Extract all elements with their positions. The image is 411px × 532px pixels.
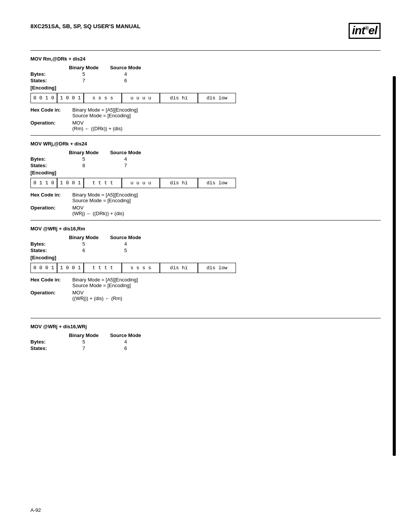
- source-mode-label-4: Source Mode: [107, 332, 145, 338]
- bytes-binary-2: 5: [61, 156, 107, 162]
- states-row-1: States: 7 6: [30, 78, 381, 83]
- enc-box-2-2: t t t t: [84, 178, 122, 188]
- encoding-row-2: 0 1 1 0 1 0 0 1 t t t t u u u u dis hi d…: [30, 178, 381, 188]
- bytes-label-4: Bytes:: [30, 339, 61, 345]
- divider-1: [30, 135, 381, 136]
- bytes-row-4: Bytes: 5 4: [30, 339, 381, 345]
- states-row-4: States: 7 6: [30, 345, 381, 351]
- section-2-title: MOV WRj,@DRk + dis24: [30, 141, 381, 147]
- binary-mode-label-4: Binary Mode: [61, 332, 107, 338]
- bytes-label-2: Bytes:: [30, 156, 61, 162]
- bytes-label-1: Bytes:: [30, 71, 61, 77]
- states-label-4: States:: [30, 345, 61, 351]
- bytes-row-3: Bytes: 5 4: [30, 241, 381, 247]
- enc-box-1-4: dis hi: [160, 93, 198, 103]
- states-binary-4: 7: [61, 345, 107, 351]
- operation-value-1: MOV (Rm) ← ((DRk)) + (dis): [72, 120, 381, 131]
- hexcode-value-1: Binary Mode = [A5][Encoding] Source Mode…: [72, 107, 381, 118]
- encoding-label-2: [Encoding]: [30, 170, 381, 176]
- encoding-row-3: 0 0 0 1 1 0 0 1 t t t t s s s s dis hi d…: [30, 263, 381, 273]
- operation-label-2: Operation:: [30, 205, 72, 211]
- section-4-title: MOV @WRj + dis16,WRj: [30, 324, 381, 329]
- bytes-source-3: 4: [107, 241, 145, 247]
- hexcode-row-1: Hex Code in: Binary Mode = [A5][Encoding…: [30, 107, 381, 118]
- source-mode-label-2: Source Mode: [107, 150, 145, 155]
- hexcode-value-3: Binary Mode = [A5][Encoding] Source Mode…: [72, 277, 381, 288]
- encoding-label-3: [Encoding]: [30, 255, 381, 260]
- bytes-binary-4: 5: [61, 339, 107, 345]
- operation-row-2: Operation: MOV (WRj) ← ((DRk)) + (dis): [30, 205, 381, 216]
- hexcode-value-2: Binary Mode = [A5][Encoding] Source Mode…: [72, 192, 381, 203]
- enc-box-3-0: 0 0 0 1: [30, 263, 57, 273]
- binary-mode-label-2: Binary Mode: [61, 150, 107, 155]
- bytes-row-1: Bytes: 5 4: [30, 71, 381, 77]
- source-mode-label-1: Source Mode: [107, 65, 145, 70]
- states-source-4: 6: [107, 345, 145, 351]
- enc-box-3-5: dis low: [198, 263, 236, 273]
- binary-mode-label-3: Binary Mode: [61, 235, 107, 240]
- states-binary-1: 7: [61, 78, 107, 83]
- enc-box-1-5: dis low: [198, 93, 236, 103]
- enc-box-2-1: 1 0 0 1: [57, 178, 84, 188]
- enc-box-2-5: dis low: [198, 178, 236, 188]
- header-divider: [30, 50, 381, 51]
- enc-box-2-3: u u u u: [122, 178, 160, 188]
- states-label-2: States:: [30, 163, 61, 168]
- section-mov-wrj-dis16-rm: MOV @WRj + dis16,Rm Binary Mode Source M…: [30, 226, 381, 301]
- divider-2: [30, 220, 381, 220]
- bytes-row-2: Bytes: 5 4: [30, 156, 381, 162]
- states-source-2: 7: [107, 163, 145, 168]
- page-header: 8XC251SA, SB, SP, SQ USER'S MANUAL int®e…: [30, 23, 381, 39]
- bytes-binary-3: 5: [61, 241, 107, 247]
- states-label-3: States:: [30, 248, 61, 253]
- modes-header-2: Binary Mode Source Mode: [61, 150, 381, 155]
- enc-box-3-1: 1 0 0 1: [57, 263, 84, 273]
- enc-box-3-4: dis hi: [160, 263, 198, 273]
- enc-box-1-2: s s s s: [84, 93, 122, 103]
- page-number: A-92: [30, 507, 41, 513]
- intel-logo-text: int®el: [349, 23, 381, 39]
- bytes-source-4: 4: [107, 339, 145, 345]
- encoding-row-1: 0 0 1 0 1 0 0 1 s s s s u u u u dis hi d…: [30, 93, 381, 103]
- states-row-3: States: 6 5: [30, 248, 381, 253]
- bytes-source-1: 4: [107, 71, 145, 77]
- hexcode-row-2: Hex Code in: Binary Mode = [A5][Encoding…: [30, 192, 381, 203]
- hexcode-label-3: Hex Code in:: [30, 277, 72, 283]
- section-mov-rm-drk-dis24: MOV Rm,@DRk + dis24 Binary Mode Source M…: [30, 56, 381, 131]
- states-row-2: States: 8 7: [30, 163, 381, 168]
- states-binary-3: 6: [61, 248, 107, 253]
- enc-box-3-3: s s s s: [122, 263, 160, 273]
- divider-3: [30, 318, 381, 318]
- states-binary-2: 8: [61, 163, 107, 168]
- page-title: 8XC251SA, SB, SP, SQ USER'S MANUAL: [30, 23, 140, 29]
- bytes-label-3: Bytes:: [30, 241, 61, 247]
- intel-logo: int®el: [349, 23, 381, 39]
- right-bar: [393, 76, 396, 456]
- section-3-title: MOV @WRj + dis16,Rm: [30, 226, 381, 232]
- hexcode-label-2: Hex Code in:: [30, 192, 72, 198]
- operation-label-3: Operation:: [30, 290, 72, 296]
- states-source-3: 5: [107, 248, 145, 253]
- hexcode-label-1: Hex Code in:: [30, 107, 72, 113]
- page-footer: A-92: [30, 507, 41, 513]
- section-mov-wrj-drk-dis24: MOV WRj,@DRk + dis24 Binary Mode Source …: [30, 141, 381, 216]
- operation-value-3: MOV ((WRj)) + (dis) ← (Rm): [72, 290, 381, 301]
- operation-row-3: Operation: MOV ((WRj)) + (dis) ← (Rm): [30, 290, 381, 301]
- hexcode-row-3: Hex Code in: Binary Mode = [A5][Encoding…: [30, 277, 381, 288]
- modes-header-1: Binary Mode Source Mode: [61, 65, 381, 70]
- operation-row-1: Operation: MOV (Rm) ← ((DRk)) + (dis): [30, 120, 381, 131]
- bytes-binary-1: 5: [61, 71, 107, 77]
- operation-value-2: MOV (WRj) ← ((DRk)) + (dis): [72, 205, 381, 216]
- enc-box-3-2: t t t t: [84, 263, 122, 273]
- binary-mode-label-1: Binary Mode: [61, 65, 107, 70]
- modes-header-3: Binary Mode Source Mode: [61, 235, 381, 240]
- enc-box-1-0: 0 0 1 0: [30, 93, 57, 103]
- encoding-label-1: [Encoding]: [30, 85, 381, 91]
- section-1-title: MOV Rm,@DRk + dis24: [30, 56, 381, 62]
- states-label-1: States:: [30, 78, 61, 83]
- section-mov-wrj-dis16-wrj: MOV @WRj + dis16,WRj Binary Mode Source …: [30, 324, 381, 351]
- operation-label-1: Operation:: [30, 120, 72, 126]
- enc-box-1-3: u u u u: [122, 93, 160, 103]
- bytes-source-2: 4: [107, 156, 145, 162]
- source-mode-label-3: Source Mode: [107, 235, 145, 240]
